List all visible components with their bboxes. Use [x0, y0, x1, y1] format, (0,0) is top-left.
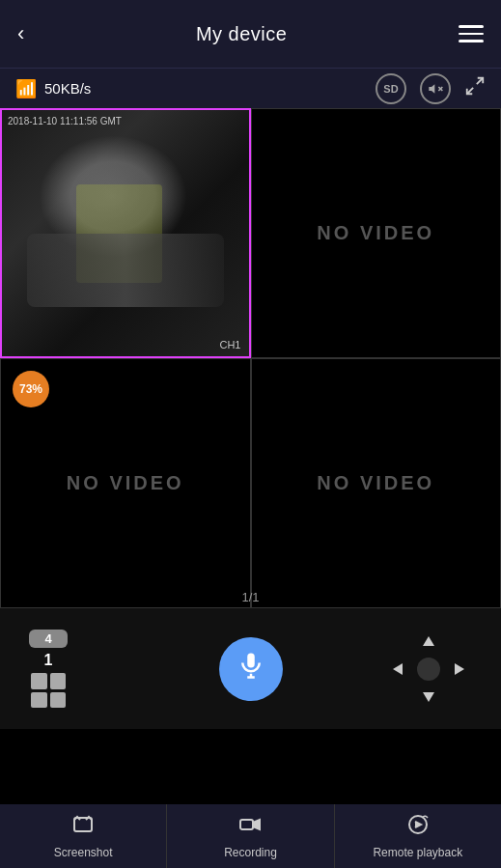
status-right: SD — [376, 73, 486, 104]
svg-marker-8 — [423, 636, 434, 646]
dpad-empty2 — [446, 630, 472, 654]
no-video-text-3: NO VIDEO — [67, 472, 184, 494]
video-cell-1[interactable]: 2018-11-10 11:11:56 GMT CH1 — [0, 108, 251, 358]
video-cell-4[interactable]: NO VIDEO — [251, 358, 502, 608]
svg-marker-9 — [393, 663, 403, 675]
status-left: 📶 50KB/s — [15, 78, 91, 99]
dpad-center[interactable] — [415, 658, 441, 681]
grid-count-badge: 4 — [29, 630, 68, 648]
dpad-down[interactable] — [415, 685, 441, 708]
svg-rect-5 — [247, 654, 255, 668]
nav-remote-playback[interactable]: Remote playback — [335, 804, 501, 868]
mic-button[interactable] — [219, 637, 283, 701]
dpad-empty4 — [446, 685, 472, 708]
svg-marker-14 — [253, 820, 260, 829]
svg-line-4 — [467, 88, 473, 94]
bottom-nav: Screenshot Recording Remote playback — [0, 804, 501, 868]
nav-recording[interactable]: Recording — [167, 804, 334, 868]
no-video-text-4: NO VIDEO — [317, 472, 434, 494]
dpad-right[interactable] — [446, 658, 472, 681]
cam-label-1: CH1 — [219, 339, 240, 350]
grid-icon[interactable] — [31, 673, 66, 708]
wifi-icon: 📶 — [15, 78, 37, 99]
svg-marker-0 — [429, 84, 434, 93]
svg-line-3 — [477, 78, 483, 84]
header: ‹ My device — [0, 0, 501, 68]
grid-current: 1 — [44, 652, 53, 669]
no-video-text-2: NO VIDEO — [317, 222, 434, 244]
mute-button[interactable] — [420, 73, 451, 104]
dpad-left[interactable] — [385, 658, 411, 681]
dpad-empty — [385, 630, 411, 654]
menu-button[interactable] — [459, 25, 484, 42]
screenshot-label: Screenshot — [54, 846, 113, 859]
battery-badge: 73% — [13, 371, 49, 407]
expand-icon[interactable] — [464, 75, 486, 101]
sd-button[interactable]: SD — [376, 73, 406, 104]
timestamp-1: 2018-11-10 11:11:56 GMT — [8, 116, 122, 126]
remote-playback-label: Remote playback — [373, 846, 462, 859]
controls-area: 4 1 — [0, 608, 501, 729]
recording-label: Recording — [224, 846, 277, 859]
svg-marker-10 — [455, 663, 464, 675]
video-cell-2[interactable]: NO VIDEO — [251, 108, 502, 358]
dpad-up[interactable] — [415, 630, 441, 654]
mic-icon — [237, 651, 265, 686]
svg-rect-12 — [74, 818, 92, 831]
status-bar: 📶 50KB/s SD — [0, 68, 501, 108]
page-indicator: 1/1 — [241, 590, 259, 604]
nav-screenshot[interactable]: Screenshot — [0, 804, 167, 868]
back-button[interactable]: ‹ — [17, 21, 24, 46]
dpad-empty3 — [385, 685, 411, 708]
page-title: My device — [196, 23, 288, 45]
svg-marker-11 — [423, 692, 434, 702]
grid-selector[interactable]: 4 1 — [29, 630, 68, 708]
video-grid: 2018-11-10 11:11:56 GMT CH1 NO VIDEO 73%… — [0, 108, 501, 608]
dpad — [385, 630, 472, 708]
speed-label: 50KB/s — [44, 80, 91, 97]
camera-feed-1 — [2, 110, 249, 356]
recording-icon — [238, 813, 262, 842]
screenshot-icon — [71, 813, 95, 842]
svg-rect-13 — [240, 820, 253, 829]
remote-playback-icon — [406, 813, 430, 842]
video-cell-3[interactable]: 73% NO VIDEO — [0, 358, 251, 608]
